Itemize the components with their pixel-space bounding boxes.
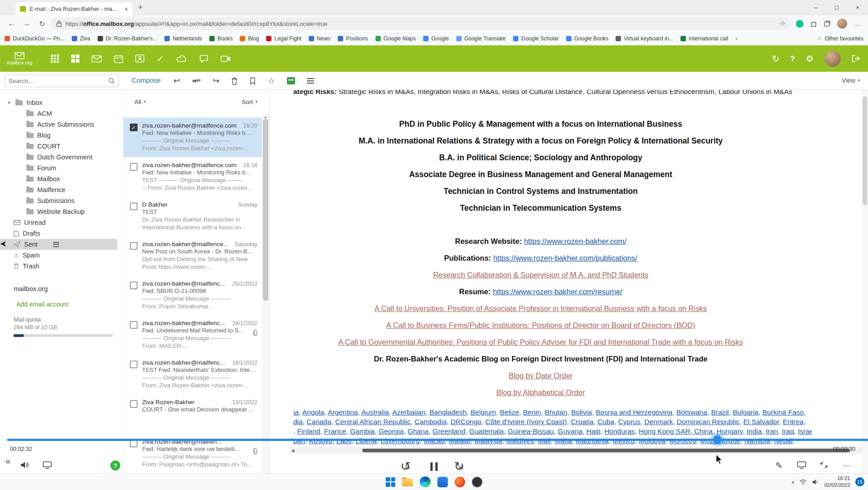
more-actions-icon[interactable] xyxy=(307,78,314,84)
sidebar-item-sent[interactable]: Sent xyxy=(0,239,117,250)
bookmark-item[interactable]: Virtual keyboard in... xyxy=(616,35,673,42)
scrollbar-thumb[interactable] xyxy=(263,119,268,301)
content-vertical-scrollbar[interactable] xyxy=(862,90,868,490)
sidebar-folder-mailfence[interactable]: Mailfence xyxy=(0,184,123,195)
bookmark-item[interactable]: Google Scholar xyxy=(513,35,559,42)
country-link[interactable]: Haiti xyxy=(587,427,601,435)
portal-icon[interactable] xyxy=(71,54,79,63)
hyperlink[interactable]: Blog by Date Order xyxy=(508,371,572,380)
player-more-icon[interactable]: … xyxy=(843,459,851,469)
email-list-item[interactable]: ziva.rozen-bakher@mailfenc...18/1/2022TE… xyxy=(123,355,262,394)
bookmark-item[interactable]: Books xyxy=(209,35,232,42)
forward-mail-icon[interactable]: ↪ xyxy=(212,77,219,85)
screen-icon[interactable] xyxy=(797,461,806,469)
country-link[interactable]: Cambodia xyxy=(414,418,447,426)
account-section-label[interactable]: mailbox.org xyxy=(0,283,123,294)
country-link[interactable]: Cyprus xyxy=(618,418,641,426)
country-link[interactable]: Guinea-Bissau xyxy=(508,427,554,435)
country-link[interactable]: Bosnia and Herzegovina xyxy=(596,408,672,416)
address-bar[interactable]: https://office.mailbox.org/appsuite/#!!&… xyxy=(51,17,791,30)
star-icon[interactable]: ☆ xyxy=(267,77,275,85)
country-link[interactable]: Iran xyxy=(766,427,778,435)
country-link[interactable]: El Salvador xyxy=(743,418,779,426)
country-link[interactable]: Bangladesh xyxy=(429,408,467,416)
video-call-icon[interactable] xyxy=(221,55,231,62)
user-avatar[interactable] xyxy=(824,50,841,67)
collections-icon[interactable] xyxy=(824,20,831,27)
sort-dropdown[interactable]: Sort ▼ xyxy=(242,99,258,105)
email-list-item[interactable]: ziva.rozen-bakher@mailfence.com16:16Fwd:… xyxy=(123,157,262,197)
pause-button[interactable] xyxy=(429,462,439,471)
email-checkbox[interactable] xyxy=(130,163,138,171)
new-tab-button[interactable]: + xyxy=(138,3,143,12)
app-launcher-icon[interactable] xyxy=(51,54,59,63)
drive-icon[interactable] xyxy=(176,55,187,62)
archive-button[interactable] xyxy=(287,77,295,84)
compose-button[interactable]: Compose xyxy=(132,76,161,84)
country-link[interactable]: Burkina Faso xyxy=(762,408,804,416)
country-link[interactable]: Israel xyxy=(798,427,812,435)
sidebar-folder-website-backup[interactable]: Website Backup xyxy=(0,206,123,217)
help-icon[interactable]: ? xyxy=(790,55,795,63)
bookmark-item[interactable]: Blog xyxy=(240,35,259,42)
extensions-icon[interactable] xyxy=(810,20,817,27)
country-link[interactable]: Iraq xyxy=(782,427,794,435)
add-email-account-link[interactable]: Add email account xyxy=(0,301,123,308)
country-link[interactable]: Dominican Republic xyxy=(677,418,740,426)
search-input[interactable] xyxy=(9,78,108,84)
country-link[interactable]: India xyxy=(747,427,762,435)
country-link[interactable]: Croatia xyxy=(571,418,593,426)
email-checkbox[interactable]: ✓ xyxy=(130,124,138,131)
view-dropdown[interactable]: View ▼ xyxy=(842,77,861,84)
scroll-up-icon[interactable]: ▲ xyxy=(262,114,269,119)
blue-app-icon[interactable] xyxy=(438,477,448,487)
content-horizontal-scrollbar[interactable]: ◀ xyxy=(290,447,868,454)
country-link[interactable]: Canada xyxy=(306,418,331,426)
sidebar-item-spam[interactable]: ⚠Spam xyxy=(0,250,123,261)
sidebar-folder-acm[interactable]: ACM xyxy=(0,108,123,119)
email-checkbox[interactable] xyxy=(130,400,138,408)
country-link[interactable]: Greenland xyxy=(433,427,465,435)
country-link[interactable]: Belgium xyxy=(470,408,496,416)
folder-context-menu-icon[interactable] xyxy=(53,242,59,247)
browser-profile-avatar[interactable] xyxy=(837,19,847,29)
email-list-scrollbar[interactable]: ▲ xyxy=(262,114,269,490)
country-link[interactable]: Brazil xyxy=(711,408,729,416)
country-link[interactable]: Bolivia xyxy=(571,408,592,416)
hyperlink[interactable]: A Call to Universities: Position of Asso… xyxy=(375,304,707,312)
country-link[interactable]: ia xyxy=(293,408,299,416)
start-button[interactable] xyxy=(386,477,395,487)
reply-all-icon[interactable]: ↩↩ xyxy=(192,77,201,85)
expand-caret-icon[interactable]: ▼ xyxy=(7,101,12,105)
hyperlink[interactable]: https://www.rozen-bakher.com/resume/ xyxy=(493,287,622,296)
email-checkbox[interactable] xyxy=(130,242,138,250)
email-checkbox[interactable] xyxy=(130,361,138,368)
country-link[interactable]: Georgia xyxy=(379,427,404,435)
forward-icon[interactable]: → xyxy=(20,20,34,28)
country-link[interactable]: Angola xyxy=(302,408,324,416)
country-link[interactable]: Australia xyxy=(361,408,389,416)
bookmark-item[interactable]: News xyxy=(309,35,330,42)
tray-chevron-up-icon[interactable]: ∧ xyxy=(791,480,794,485)
email-checkbox[interactable] xyxy=(130,203,138,210)
sidebar-folder-forum[interactable]: Forum xyxy=(0,163,123,173)
tasks-icon[interactable]: ✓ xyxy=(157,54,164,63)
email-checkbox[interactable] xyxy=(130,282,138,289)
email-list-item[interactable]: ziva.rozen-bakher@mailfenc...24/1/2022Fw… xyxy=(123,315,262,355)
search-icon[interactable] xyxy=(108,78,115,84)
country-link[interactable]: Cuba xyxy=(597,418,614,426)
firefox-icon[interactable] xyxy=(455,477,465,487)
maximize-button[interactable]: □ xyxy=(826,0,847,15)
country-link[interactable]: Hong Kong SAR, China xyxy=(639,427,713,435)
country-link[interactable]: Finland xyxy=(297,427,321,435)
hyperlink[interactable]: Blog by Alphabetical Order xyxy=(496,388,585,396)
mailbox-logo[interactable]: mailbox.org xyxy=(0,52,39,65)
country-link[interactable]: Bulgaria xyxy=(733,408,759,416)
bookmark-item[interactable]: Dr. Rozen-Bakher's... xyxy=(98,35,158,42)
email-list-item[interactable]: ✓ziva.rozen-bakher@mailfence.com16:20Fwd… xyxy=(123,118,262,157)
sidebar-folder-blog[interactable]: Blog xyxy=(0,130,123,141)
sidebar-folder-dutch-government[interactable]: Dutch Government xyxy=(0,152,123,163)
chat-icon[interactable] xyxy=(199,54,208,63)
flag-bookmark-icon[interactable] xyxy=(250,77,256,85)
country-link[interactable]: Central African Republic xyxy=(335,418,410,426)
